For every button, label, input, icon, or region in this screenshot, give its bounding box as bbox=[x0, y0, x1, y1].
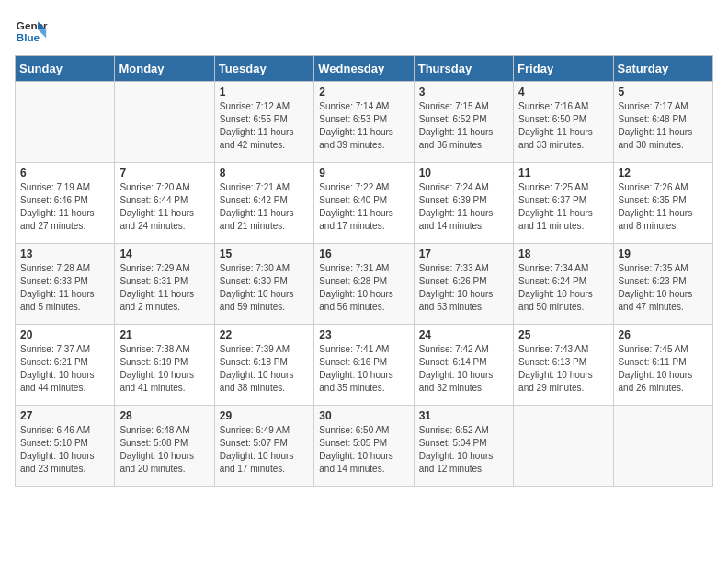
logo: General Blue bbox=[15, 15, 48, 48]
cell-detail: Sunrise: 7:28 AM Sunset: 6:33 PM Dayligh… bbox=[20, 262, 109, 314]
day-number: 19 bbox=[619, 247, 708, 260]
day-number: 17 bbox=[419, 247, 508, 260]
cell-detail: Sunrise: 7:34 AM Sunset: 6:24 PM Dayligh… bbox=[518, 262, 608, 314]
day-number: 10 bbox=[419, 167, 508, 179]
day-number: 18 bbox=[518, 247, 608, 260]
day-number: 22 bbox=[220, 328, 309, 341]
calendar-cell: 20Sunrise: 7:37 AM Sunset: 6:21 PM Dayli… bbox=[16, 325, 115, 406]
day-number: 14 bbox=[119, 247, 209, 260]
cell-detail: Sunrise: 7:30 AM Sunset: 6:30 PM Dayligh… bbox=[220, 262, 309, 314]
day-number: 6 bbox=[20, 167, 109, 179]
calendar-cell: 23Sunrise: 7:41 AM Sunset: 6:16 PM Dayli… bbox=[314, 325, 414, 406]
calendar-cell: 29Sunrise: 6:49 AM Sunset: 5:07 PM Dayli… bbox=[214, 406, 313, 487]
day-number: 29 bbox=[220, 409, 309, 422]
weekday-header-saturday: Saturday bbox=[613, 56, 712, 82]
cell-detail: Sunrise: 7:33 AM Sunset: 6:26 PM Dayligh… bbox=[419, 262, 508, 314]
day-number: 27 bbox=[20, 409, 109, 422]
cell-detail: Sunrise: 7:45 AM Sunset: 6:11 PM Dayligh… bbox=[619, 343, 708, 395]
cell-detail: Sunrise: 7:15 AM Sunset: 6:52 PM Dayligh… bbox=[419, 100, 508, 152]
cell-detail: Sunrise: 6:52 AM Sunset: 5:04 PM Dayligh… bbox=[419, 424, 508, 476]
calendar-cell: 3Sunrise: 7:15 AM Sunset: 6:52 PM Daylig… bbox=[414, 82, 513, 163]
cell-detail: Sunrise: 7:22 AM Sunset: 6:40 PM Dayligh… bbox=[319, 181, 408, 233]
cell-detail: Sunrise: 7:26 AM Sunset: 6:35 PM Dayligh… bbox=[619, 181, 708, 233]
weekday-header-monday: Monday bbox=[115, 56, 214, 82]
cell-detail: Sunrise: 7:35 AM Sunset: 6:23 PM Dayligh… bbox=[619, 262, 708, 314]
calendar-week-3: 13Sunrise: 7:28 AM Sunset: 6:33 PM Dayli… bbox=[16, 244, 713, 325]
cell-detail: Sunrise: 7:19 AM Sunset: 6:46 PM Dayligh… bbox=[20, 181, 109, 233]
weekday-header-row: SundayMondayTuesdayWednesdayThursdayFrid… bbox=[16, 56, 713, 82]
day-number: 21 bbox=[119, 328, 209, 341]
calendar-cell: 17Sunrise: 7:33 AM Sunset: 6:26 PM Dayli… bbox=[414, 244, 513, 325]
calendar-cell: 4Sunrise: 7:16 AM Sunset: 6:50 PM Daylig… bbox=[514, 82, 613, 163]
cell-detail: Sunrise: 7:21 AM Sunset: 6:42 PM Dayligh… bbox=[220, 181, 309, 233]
cell-detail: Sunrise: 6:49 AM Sunset: 5:07 PM Dayligh… bbox=[220, 424, 309, 476]
calendar-cell: 24Sunrise: 7:42 AM Sunset: 6:14 PM Dayli… bbox=[414, 325, 513, 406]
calendar-cell bbox=[16, 82, 115, 163]
calendar-cell: 9Sunrise: 7:22 AM Sunset: 6:40 PM Daylig… bbox=[314, 163, 414, 244]
cell-detail: Sunrise: 7:29 AM Sunset: 6:31 PM Dayligh… bbox=[119, 262, 209, 314]
cell-detail: Sunrise: 7:12 AM Sunset: 6:55 PM Dayligh… bbox=[220, 100, 309, 152]
cell-detail: Sunrise: 7:43 AM Sunset: 6:13 PM Dayligh… bbox=[518, 343, 608, 395]
calendar-cell: 26Sunrise: 7:45 AM Sunset: 6:11 PM Dayli… bbox=[613, 325, 712, 406]
cell-detail: Sunrise: 6:50 AM Sunset: 5:05 PM Dayligh… bbox=[319, 424, 408, 476]
cell-detail: Sunrise: 7:24 AM Sunset: 6:39 PM Dayligh… bbox=[419, 181, 508, 233]
cell-detail: Sunrise: 6:46 AM Sunset: 5:10 PM Dayligh… bbox=[20, 424, 109, 476]
weekday-header-tuesday: Tuesday bbox=[214, 56, 313, 82]
calendar-cell: 18Sunrise: 7:34 AM Sunset: 6:24 PM Dayli… bbox=[514, 244, 613, 325]
weekday-header-sunday: Sunday bbox=[16, 56, 115, 82]
day-number: 24 bbox=[419, 328, 508, 341]
calendar-cell: 10Sunrise: 7:24 AM Sunset: 6:39 PM Dayli… bbox=[414, 163, 513, 244]
cell-detail: Sunrise: 7:17 AM Sunset: 6:48 PM Dayligh… bbox=[619, 100, 708, 152]
calendar-cell: 8Sunrise: 7:21 AM Sunset: 6:42 PM Daylig… bbox=[214, 163, 313, 244]
day-number: 11 bbox=[518, 167, 608, 179]
weekday-header-wednesday: Wednesday bbox=[314, 56, 414, 82]
calendar-table: SundayMondayTuesdayWednesdayThursdayFrid… bbox=[15, 55, 713, 487]
day-number: 26 bbox=[619, 328, 708, 341]
calendar-cell: 21Sunrise: 7:38 AM Sunset: 6:19 PM Dayli… bbox=[115, 325, 214, 406]
calendar-cell: 19Sunrise: 7:35 AM Sunset: 6:23 PM Dayli… bbox=[613, 244, 712, 325]
cell-detail: Sunrise: 6:48 AM Sunset: 5:08 PM Dayligh… bbox=[119, 424, 209, 476]
calendar-cell bbox=[613, 406, 712, 487]
calendar-cell: 5Sunrise: 7:17 AM Sunset: 6:48 PM Daylig… bbox=[613, 82, 712, 163]
day-number: 5 bbox=[619, 86, 708, 98]
calendar-cell: 22Sunrise: 7:39 AM Sunset: 6:18 PM Dayli… bbox=[214, 325, 313, 406]
calendar-cell: 16Sunrise: 7:31 AM Sunset: 6:28 PM Dayli… bbox=[314, 244, 414, 325]
page-header: General Blue bbox=[15, 15, 713, 48]
calendar-cell: 1Sunrise: 7:12 AM Sunset: 6:55 PM Daylig… bbox=[214, 82, 313, 163]
weekday-header-thursday: Thursday bbox=[414, 56, 513, 82]
cell-detail: Sunrise: 7:25 AM Sunset: 6:37 PM Dayligh… bbox=[518, 181, 608, 233]
cell-detail: Sunrise: 7:16 AM Sunset: 6:50 PM Dayligh… bbox=[518, 100, 608, 152]
day-number: 8 bbox=[220, 167, 309, 179]
svg-text:Blue: Blue bbox=[17, 31, 40, 43]
cell-detail: Sunrise: 7:41 AM Sunset: 6:16 PM Dayligh… bbox=[319, 343, 408, 395]
day-number: 4 bbox=[518, 86, 608, 98]
day-number: 7 bbox=[119, 167, 209, 179]
day-number: 1 bbox=[220, 86, 309, 98]
calendar-cell: 31Sunrise: 6:52 AM Sunset: 5:04 PM Dayli… bbox=[414, 406, 513, 487]
day-number: 30 bbox=[319, 409, 408, 422]
cell-detail: Sunrise: 7:42 AM Sunset: 6:14 PM Dayligh… bbox=[419, 343, 508, 395]
day-number: 9 bbox=[319, 167, 408, 179]
day-number: 2 bbox=[319, 86, 408, 98]
calendar-week-5: 27Sunrise: 6:46 AM Sunset: 5:10 PM Dayli… bbox=[16, 406, 713, 487]
calendar-cell bbox=[115, 82, 214, 163]
cell-detail: Sunrise: 7:20 AM Sunset: 6:44 PM Dayligh… bbox=[119, 181, 209, 233]
logo-icon: General Blue bbox=[15, 15, 48, 48]
day-number: 28 bbox=[119, 409, 209, 422]
day-number: 23 bbox=[319, 328, 408, 341]
cell-detail: Sunrise: 7:39 AM Sunset: 6:18 PM Dayligh… bbox=[220, 343, 309, 395]
weekday-header-friday: Friday bbox=[514, 56, 613, 82]
calendar-cell: 6Sunrise: 7:19 AM Sunset: 6:46 PM Daylig… bbox=[16, 163, 115, 244]
day-number: 31 bbox=[419, 409, 508, 422]
calendar-week-1: 1Sunrise: 7:12 AM Sunset: 6:55 PM Daylig… bbox=[16, 82, 713, 163]
calendar-cell: 7Sunrise: 7:20 AM Sunset: 6:44 PM Daylig… bbox=[115, 163, 214, 244]
cell-detail: Sunrise: 7:38 AM Sunset: 6:19 PM Dayligh… bbox=[119, 343, 209, 395]
day-number: 15 bbox=[220, 247, 309, 260]
calendar-cell: 30Sunrise: 6:50 AM Sunset: 5:05 PM Dayli… bbox=[314, 406, 414, 487]
day-number: 20 bbox=[20, 328, 109, 341]
day-number: 12 bbox=[619, 167, 708, 179]
calendar-week-2: 6Sunrise: 7:19 AM Sunset: 6:46 PM Daylig… bbox=[16, 163, 713, 244]
calendar-cell: 28Sunrise: 6:48 AM Sunset: 5:08 PM Dayli… bbox=[115, 406, 214, 487]
calendar-cell: 14Sunrise: 7:29 AM Sunset: 6:31 PM Dayli… bbox=[115, 244, 214, 325]
day-number: 16 bbox=[319, 247, 408, 260]
